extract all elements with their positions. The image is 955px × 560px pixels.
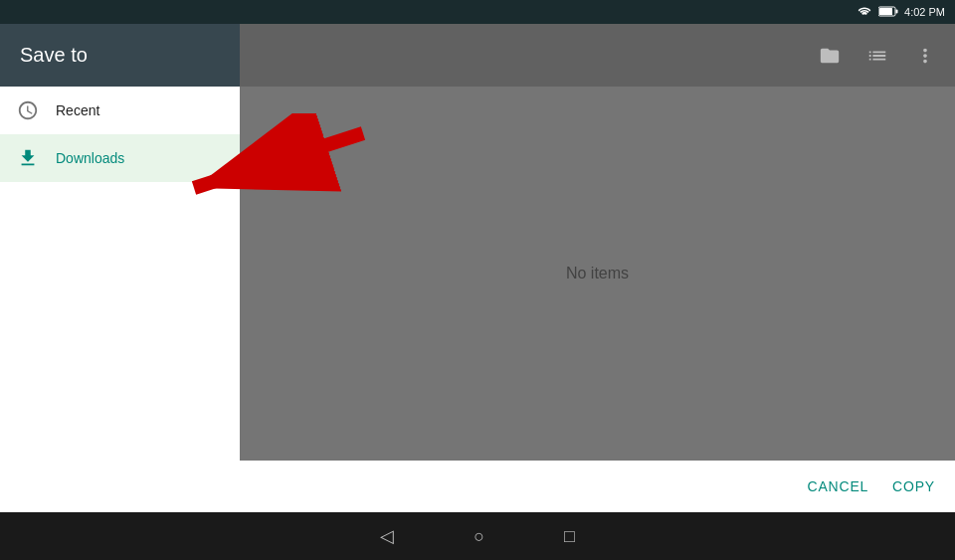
- nav-bar: ◁ ○ □: [0, 512, 955, 560]
- content-toolbar: [240, 24, 955, 87]
- recent-icon: [16, 98, 40, 122]
- sidebar: Save to Recent: [0, 24, 240, 461]
- svg-rect-2: [879, 8, 892, 15]
- downloads-icon: [16, 146, 40, 170]
- sidebar-title: Save to: [20, 44, 88, 67]
- battery-icon: [878, 6, 898, 19]
- time-display: 4:02 PM: [904, 6, 945, 18]
- home-button[interactable]: ○: [474, 526, 484, 547]
- recent-label: Recent: [56, 102, 99, 118]
- action-bar: CANCEL COPY: [0, 461, 955, 512]
- sidebar-header: Save to: [0, 24, 240, 87]
- sidebar-item-recent[interactable]: Recent: [0, 87, 240, 134]
- content-area: No items: [240, 24, 955, 461]
- content-wrapper: Save to Recent: [0, 24, 955, 461]
- new-folder-icon[interactable]: [816, 42, 844, 70]
- cancel-button[interactable]: CANCEL: [808, 478, 869, 494]
- back-button[interactable]: ◁: [380, 525, 394, 547]
- status-bar: 4:02 PM: [0, 0, 955, 24]
- copy-button[interactable]: COPY: [892, 478, 935, 494]
- svg-rect-1: [896, 9, 898, 13]
- downloads-label: Downloads: [56, 150, 124, 166]
- sidebar-item-downloads[interactable]: Downloads: [0, 134, 240, 182]
- recents-button[interactable]: □: [564, 526, 575, 547]
- more-options-icon[interactable]: [911, 42, 939, 70]
- no-items-message: No items: [566, 265, 629, 282]
- sidebar-items: Recent Downloads: [0, 87, 240, 461]
- list-view-icon[interactable]: [863, 42, 891, 70]
- content-body: No items: [240, 87, 955, 461]
- main-area: Save to Recent: [0, 24, 955, 512]
- wifi-icon: [857, 5, 872, 19]
